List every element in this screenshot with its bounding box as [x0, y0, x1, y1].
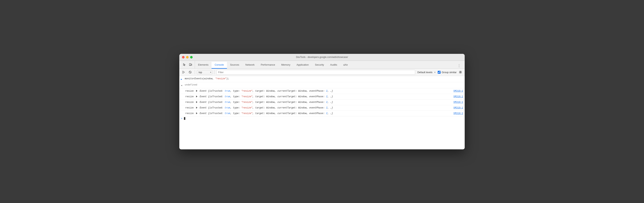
- event-type-val: "resize": [242, 112, 252, 115]
- table-row: resize Event {isTrusted: true, type: "re…: [179, 94, 465, 100]
- event-object: Event {isTrusted:: [200, 90, 225, 92]
- event-end: , …}: [328, 112, 333, 115]
- event-type-val: "resize": [242, 107, 252, 109]
- devtools-window: DevTools - developers.google.com/web/sho…: [179, 54, 465, 149]
- device-toolbar-button[interactable]: [188, 62, 193, 67]
- tabs-bar: Elements Console Sources Network Perform…: [179, 61, 465, 69]
- event-trusted: true: [225, 112, 230, 115]
- tab-memory[interactable]: Memory: [278, 62, 294, 69]
- tab-performance[interactable]: Performance: [258, 62, 278, 69]
- row-indent: [182, 106, 185, 106]
- event-content: resize Event {isTrusted: true, type: "re…: [185, 100, 451, 104]
- event-label: resize: [185, 90, 194, 92]
- close-button[interactable]: [182, 56, 184, 59]
- event-type-val: "resize": [242, 95, 252, 98]
- event-type-label: , type:: [230, 95, 242, 98]
- gear-icon: [459, 70, 462, 74]
- event-end: , …}: [328, 95, 333, 98]
- tab-elements[interactable]: Elements: [195, 62, 212, 69]
- svg-marker-3: [183, 71, 184, 73]
- event-content: resize Event {isTrusted: true, type: "re…: [185, 95, 451, 99]
- event-type-label: , type:: [230, 112, 242, 115]
- stop-icon: [188, 71, 192, 74]
- event-source-5[interactable]: VM310:1: [454, 111, 463, 116]
- event-source-1[interactable]: VM310:1: [454, 89, 463, 93]
- event-trusted: true: [225, 107, 230, 109]
- event-rest: , target: Window, currentTarget: Window,…: [252, 95, 326, 98]
- tab-left-icons: [181, 61, 195, 69]
- event-source-4[interactable]: VM310:1: [454, 106, 463, 110]
- event-source-2[interactable]: VM310:1: [454, 95, 463, 99]
- expand-arrow[interactable]: [196, 112, 198, 114]
- event-rest: , target: Window, currentTarget: Window,…: [252, 107, 326, 109]
- tab-axe[interactable]: aXe: [340, 62, 351, 69]
- row-indent: [182, 95, 185, 95]
- row-indent: [182, 89, 185, 90]
- cursor-icon: [183, 63, 186, 66]
- console-undefined-row: ◀ undefined: [179, 82, 465, 88]
- tabs-right: ⋮: [454, 63, 465, 69]
- expand-arrow[interactable]: [196, 107, 198, 109]
- traffic-lights: [182, 56, 192, 59]
- expand-arrow[interactable]: [196, 96, 198, 97]
- output-arrow: ◀: [181, 83, 185, 88]
- event-object: Event {isTrusted:: [200, 107, 225, 109]
- event-label: resize: [185, 101, 194, 104]
- levels-selector-wrapper: Default levels Verbose Info Warnings Err…: [416, 70, 436, 74]
- inspect-element-button[interactable]: [182, 62, 187, 67]
- tab-console[interactable]: Console: [212, 62, 227, 69]
- clear-console-button[interactable]: [181, 70, 186, 75]
- event-source-3[interactable]: VM310:1: [454, 100, 463, 104]
- event-label: resize: [185, 107, 194, 109]
- tab-application[interactable]: Application: [294, 62, 312, 69]
- event-type-val: "resize": [242, 90, 252, 92]
- filter-input[interactable]: [216, 70, 415, 75]
- event-content: resize Event {isTrusted: true, type: "re…: [185, 111, 451, 116]
- event-type-label: , type:: [230, 107, 242, 109]
- window-title: DevTools - developers.google.com/web/sho…: [296, 56, 348, 59]
- console-input-row: ▶ monitorEvents(window, "resize");: [179, 76, 465, 82]
- event-type-val: "resize": [242, 101, 252, 104]
- nav-tabs: Elements Console Sources Network Perform…: [195, 62, 454, 69]
- expand-arrow[interactable]: [196, 101, 198, 103]
- table-row: resize Event {isTrusted: true, type: "re…: [179, 111, 465, 116]
- group-similar-wrapper: Group similar: [438, 71, 456, 74]
- event-object: Event {isTrusted:: [200, 112, 225, 115]
- tab-network[interactable]: Network: [242, 62, 258, 69]
- context-selector[interactable]: top: [197, 70, 212, 75]
- console-active-input-row[interactable]: >: [179, 116, 465, 121]
- device-icon: [189, 63, 192, 66]
- group-similar-label: Group similar: [442, 71, 456, 74]
- settings-button[interactable]: [458, 70, 463, 75]
- event-label: resize: [185, 95, 194, 98]
- event-end: , …}: [328, 101, 333, 104]
- tab-sources[interactable]: Sources: [227, 62, 242, 69]
- event-label: resize: [185, 112, 194, 115]
- table-row: resize Event {isTrusted: true, type: "re…: [179, 88, 465, 94]
- row-indent: [182, 111, 185, 112]
- stop-button[interactable]: [188, 70, 193, 75]
- event-rest: , target: Window, currentTarget: Window,…: [252, 112, 326, 115]
- tab-audits[interactable]: Audits: [327, 62, 340, 69]
- event-object: Event {isTrusted:: [200, 95, 225, 98]
- group-similar-checkbox[interactable]: [438, 71, 440, 74]
- event-content: resize Event {isTrusted: true, type: "re…: [185, 106, 451, 110]
- svg-line-5: [189, 71, 191, 73]
- more-tabs-button[interactable]: ⋮: [456, 63, 462, 69]
- event-type-label: , type:: [230, 90, 242, 92]
- event-type-label: , type:: [230, 101, 242, 104]
- event-trusted: true: [225, 101, 230, 104]
- maximize-button[interactable]: [190, 56, 192, 59]
- titlebar: DevTools - developers.google.com/web/sho…: [179, 54, 465, 61]
- expand-arrow[interactable]: [196, 90, 198, 92]
- tab-security[interactable]: Security: [312, 62, 327, 69]
- event-end: , …}: [328, 107, 333, 109]
- context-selector-wrapper: top ▾: [197, 70, 212, 75]
- row-indent: [182, 100, 185, 101]
- event-rest: , target: Window, currentTarget: Window,…: [252, 90, 326, 92]
- table-row: resize Event {isTrusted: true, type: "re…: [179, 105, 465, 111]
- minimize-button[interactable]: [186, 56, 188, 59]
- command-end: );: [226, 77, 229, 80]
- svg-rect-1: [191, 64, 192, 65]
- levels-selector[interactable]: Default levels Verbose Info Warnings Err…: [416, 70, 436, 74]
